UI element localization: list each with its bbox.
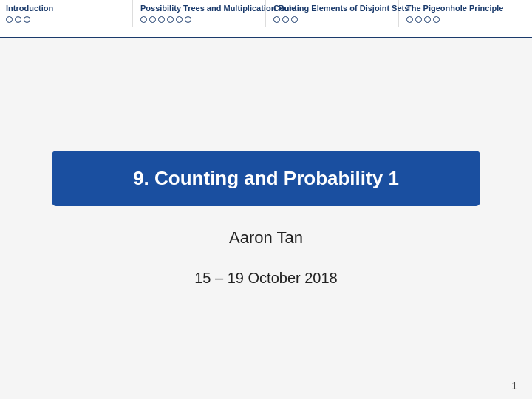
nav-dot-pt-3 — [158, 16, 165, 23]
nav-label-counting-elements: Counting Elements of Disjoint Sets — [273, 4, 409, 13]
nav-dot-pt-5 — [176, 16, 183, 23]
nav-dot-1 — [6, 16, 13, 23]
nav-dot-ph-4 — [433, 16, 440, 23]
nav-dots-introduction — [6, 16, 30, 23]
slide-title-box: 9. Counting and Probability 1 — [52, 151, 480, 206]
nav-dots-counting-elements — [273, 16, 298, 23]
nav-dot-ce-2 — [282, 16, 289, 23]
nav-dot-ph-2 — [415, 16, 422, 23]
date-text: 15 – 19 October 2018 — [194, 270, 337, 287]
nav-dot-pt-1 — [140, 16, 147, 23]
nav-dot-3 — [24, 16, 30, 23]
nav-dot-ce-1 — [273, 16, 280, 23]
nav-section-pigeonhole[interactable]: The Pigeonhole Principle — [399, 0, 532, 27]
nav-section-introduction[interactable]: Introduction — [0, 0, 133, 27]
nav-dot-ce-3 — [291, 16, 298, 23]
nav-dot-ph-3 — [424, 16, 431, 23]
nav-section-counting-elements[interactable]: Counting Elements of Disjoint Sets — [266, 0, 399, 27]
navigation-bar: Introduction Possibility Trees and Multi… — [0, 0, 532, 38]
slide-title: 9. Counting and Probability 1 — [133, 167, 399, 189]
nav-dot-pt-6 — [185, 16, 191, 23]
nav-dots-possibility-trees — [140, 16, 191, 23]
nav-section-possibility-trees[interactable]: Possibility Trees and Multiplication Rul… — [133, 0, 266, 27]
nav-label-pigeonhole: The Pigeonhole Principle — [406, 4, 503, 13]
author-name: Aaron Tan — [229, 228, 303, 248]
nav-label-introduction: Introduction — [6, 4, 53, 13]
nav-dot-ph-1 — [406, 16, 413, 23]
nav-dot-pt-2 — [149, 16, 156, 23]
page-number: 1 — [511, 380, 517, 392]
nav-dot-pt-4 — [167, 16, 174, 23]
nav-dot-2 — [15, 16, 21, 23]
nav-dots-pigeonhole — [406, 16, 440, 23]
main-content: 9. Counting and Probability 1 Aaron Tan … — [0, 38, 532, 399]
